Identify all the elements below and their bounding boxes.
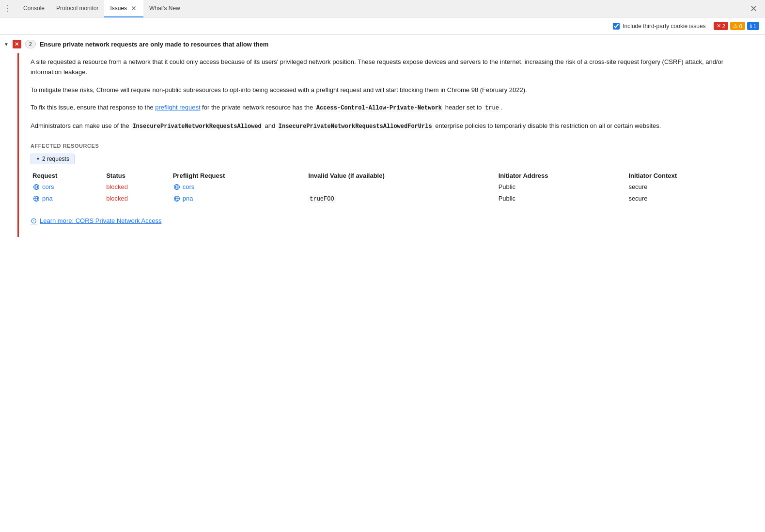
row2-preflight-link[interactable]: pna — [173, 195, 301, 203]
row1-preflight-text: cors — [183, 183, 195, 190]
requests-toggle-chevron-icon: ▼ — [36, 156, 40, 161]
table-row: cors blocked — [31, 181, 753, 193]
tab-issues-label: Issues — [110, 5, 127, 12]
col-initiator-address: Initiator Address — [497, 170, 627, 181]
table-header: Request Status Preflight Request Invalid… — [31, 170, 753, 181]
row1-invalid-value — [306, 181, 496, 193]
para3-after: for the private network resource has the — [201, 104, 315, 111]
row2-invalid-value-code: trueFOO — [308, 195, 335, 203]
row1-initiator-address: Public — [497, 181, 627, 193]
row1-preflight-link-icon — [173, 183, 181, 191]
issue-error-icon: ✕ — [13, 40, 21, 48]
window-close-icon[interactable]: ✕ — [746, 1, 761, 16]
row2-initiator-address: Public — [497, 193, 627, 204]
description-para3: To fix this issue, ensure that response … — [31, 103, 753, 113]
issue-count-badge: 2 — [25, 40, 36, 48]
para4-after: and — [263, 122, 277, 129]
tab-console[interactable]: Console — [17, 0, 50, 17]
description-para4: Administrators can make use of the Insec… — [31, 121, 753, 131]
third-party-cookie-label-text: Include third-party cookie issues — [623, 23, 705, 30]
para3-before: To fix this issue, ensure that response … — [31, 104, 155, 111]
para4-code2: InsecurePrivateNetworkRequestsAllowedFor… — [277, 123, 434, 130]
table-body: cors blocked — [31, 181, 753, 204]
col-request: Request — [31, 170, 104, 181]
col-preflight: Preflight Request — [171, 170, 307, 181]
row2-invalid-value: trueFOO — [306, 193, 496, 204]
row1-request: cors — [31, 181, 104, 193]
row2-preflight-link-icon — [173, 195, 181, 203]
row1-status: blocked — [104, 181, 171, 193]
row1-preflight-link[interactable]: cors — [173, 183, 301, 191]
col-status: Status — [104, 170, 171, 181]
para4-end: enterprise policies to temporarily disab… — [434, 122, 661, 129]
row2-request: pna — [31, 193, 104, 204]
tab-issues[interactable]: Issues ✕ — [104, 0, 143, 17]
warning-badge[interactable]: ⚠ 0 — [730, 22, 745, 30]
requests-table: Request Status Preflight Request Invalid… — [31, 170, 753, 204]
table-row: pna blocked — [31, 193, 753, 204]
para4-code1: InsecurePrivateNetworkRequestsAllowed — [131, 123, 263, 130]
row1-request-link[interactable]: cors — [32, 183, 98, 191]
info-badge-count: 1 — [753, 23, 756, 29]
issue-description: A site requested a resource from a netwo… — [31, 57, 753, 131]
description-para1: A site requested a resource from a netwo… — [31, 57, 753, 78]
info-badge[interactable]: ℹ 1 — [747, 22, 759, 30]
warning-badge-icon: ⚠ — [733, 23, 738, 29]
third-party-cookie-checkbox[interactable] — [613, 23, 620, 30]
para4-before: Administrators can make use of the — [31, 122, 131, 129]
issue-chevron-icon: ▼ — [4, 42, 9, 47]
col-invalid-value: Invalid Value (if available) — [306, 170, 496, 181]
requests-toggle-label: 2 requests — [42, 156, 69, 162]
affected-resources-label: AFFECTED RESOURCES — [31, 143, 753, 149]
para3-after2: header set to — [443, 104, 484, 111]
error-badge[interactable]: ✕ 2 — [714, 22, 728, 30]
row1-preflight: cors — [171, 181, 307, 193]
para3-code2: true — [484, 104, 500, 112]
info-badge-icon: ℹ — [750, 23, 752, 29]
row2-request-text: pna — [42, 195, 53, 202]
row2-initiator-context: secure — [626, 193, 753, 204]
row1-initiator-context: secure — [626, 181, 753, 193]
warning-badge-count: 0 — [739, 23, 742, 29]
toolbar: Include third-party cookie issues ✕ 2 ⚠ … — [0, 17, 765, 35]
more-tabs-icon[interactable]: ⋮ — [4, 4, 12, 13]
tab-whats-new[interactable]: What's New — [143, 0, 186, 17]
row2-request-link[interactable]: pna — [32, 195, 98, 203]
row2-preflight-text: pna — [183, 195, 193, 202]
para3-code1: Access-Control-Allow-Private-Network — [315, 104, 443, 112]
error-badge-icon: ✕ — [717, 23, 721, 29]
para3-end: . — [500, 104, 502, 111]
learn-more-link[interactable]: ⊙ Learn more: CORS Private Network Acces… — [31, 216, 753, 225]
main-content: ▼ ✕ 2 Ensure private network requests ar… — [0, 35, 765, 532]
tab-issues-close-icon[interactable]: ✕ — [130, 4, 138, 12]
description-para2: To mitigate these risks, Chrome will req… — [31, 85, 753, 95]
learn-more-text: Learn more: CORS Private Network Access — [40, 217, 161, 224]
issue-title: Ensure private network requests are only… — [40, 41, 268, 48]
learn-more-icon: ⊙ — [31, 216, 37, 225]
col-initiator-context: Initiator Context — [626, 170, 753, 181]
badge-group: ✕ 2 ⚠ 0 ℹ 1 — [714, 22, 759, 30]
row2-preflight: pna — [171, 193, 307, 204]
tab-protocol-monitor-label: Protocol monitor — [56, 5, 98, 12]
tab-console-label: Console — [23, 5, 45, 12]
row2-status: blocked — [104, 193, 171, 204]
row2-request-link-icon — [32, 195, 40, 203]
issue-header[interactable]: ▼ ✕ 2 Ensure private network requests ar… — [0, 35, 765, 53]
issue-body: A site requested a resource from a netwo… — [17, 53, 765, 237]
row1-request-text: cors — [42, 183, 54, 190]
preflight-request-link[interactable]: preflight request — [155, 104, 200, 111]
third-party-cookie-checkbox-label[interactable]: Include third-party cookie issues — [613, 23, 705, 30]
tab-protocol-monitor[interactable]: Protocol monitor — [50, 0, 104, 17]
tab-bar: ⋮ Console Protocol monitor Issues ✕ What… — [0, 0, 765, 17]
error-badge-count: 2 — [722, 23, 725, 29]
requests-toggle[interactable]: ▼ 2 requests — [31, 154, 75, 164]
row1-request-link-icon — [32, 183, 40, 191]
tab-whats-new-label: What's New — [149, 5, 180, 12]
